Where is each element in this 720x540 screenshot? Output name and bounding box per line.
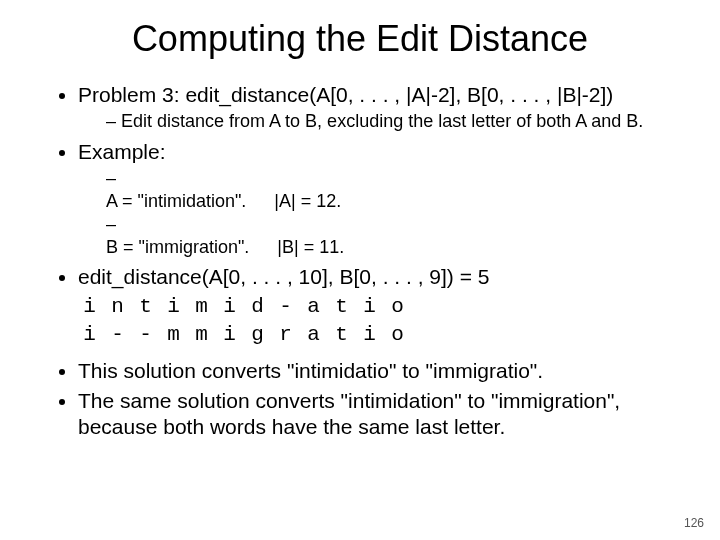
example-a-str: A = "intimidation".	[106, 190, 274, 213]
example-b-str: B = "immigration".	[106, 236, 277, 259]
bullet-problem3-sub: Edit distance from A to B, excluding the…	[106, 110, 672, 133]
bullet-example: Example: A = "intimidation". |A| = 12. B…	[78, 139, 672, 258]
example-a: A = "intimidation". |A| = 12.	[106, 167, 672, 212]
bullet-problem3-text: Problem 3: edit_distance(A[0, . . . , |A…	[78, 83, 613, 106]
bullet-list-2: This solution converts "intimidatio" to …	[48, 358, 672, 441]
bullet-problem3: Problem 3: edit_distance(A[0, . . . , |A…	[78, 82, 672, 133]
slide-title: Computing the Edit Distance	[48, 18, 672, 60]
example-b-len: |B| = 11.	[277, 236, 372, 259]
alignment-row-1: intimid-atio	[76, 294, 672, 320]
page-number: 126	[684, 516, 704, 530]
bullet-example-text: Example:	[78, 140, 166, 163]
bullet-solution2: The same solution converts "intimidation…	[78, 388, 672, 441]
bullet-list: Problem 3: edit_distance(A[0, . . . , |A…	[48, 82, 672, 290]
alignment-row-2: i--mmigratio	[76, 322, 672, 348]
example-b: B = "immigration". |B| = 11.	[106, 213, 672, 258]
bullet-solution1: This solution converts "intimidatio" to …	[78, 358, 672, 384]
example-a-len: |A| = 12.	[274, 190, 369, 213]
bullet-editdist-result: edit_distance(A[0, . . . , 10], B[0, . .…	[78, 264, 672, 290]
